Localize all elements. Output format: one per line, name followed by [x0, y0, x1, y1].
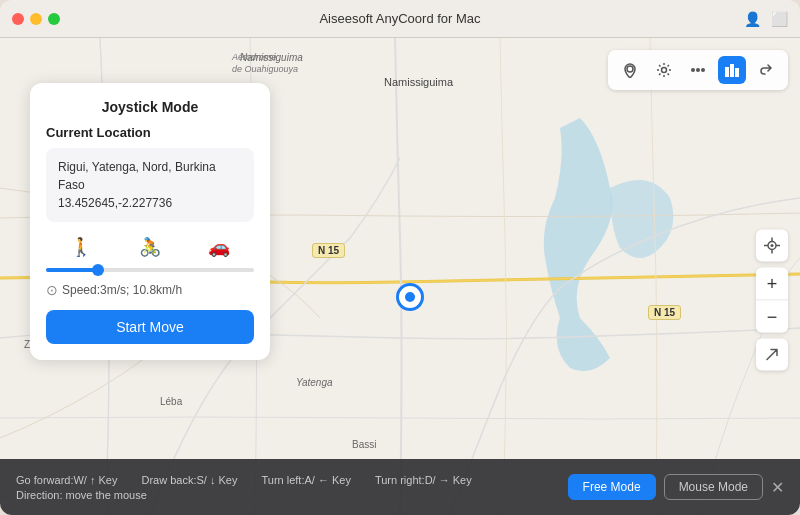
placename-bassi: Bassi — [352, 439, 376, 450]
instructions-row-2: Direction: move the mouse — [16, 489, 568, 501]
settings-button[interactable] — [650, 56, 678, 84]
top-toolbar — [608, 50, 788, 90]
joystick-panel: Joystick Mode Current Location Rigui, Ya… — [30, 83, 270, 360]
transport-mode-row: 🚶 🚴 🚗 — [46, 236, 254, 258]
zoom-out-button[interactable]: − — [756, 301, 788, 333]
minimize-button[interactable] — [30, 13, 42, 25]
traffic-lights — [12, 13, 60, 25]
bottom-bar: Go forward:W/ ↑ Key Draw back:S/ ↓ Key T… — [0, 459, 800, 515]
bike-icon[interactable]: 🚴 — [139, 236, 161, 258]
svg-point-3 — [691, 68, 695, 72]
speed-slider-container — [46, 268, 254, 272]
user-icon[interactable]: 👤 — [744, 11, 761, 27]
right-key: Turn right:D/ → Key — [375, 474, 472, 486]
forward-key: Go forward:W/ ↑ Key — [16, 474, 117, 486]
left-key: Turn left:A/ ← Key — [261, 474, 350, 486]
title-bar: Aiseesoft AnyCoord for Mac 👤 ⬜ — [0, 0, 800, 38]
right-side-buttons: + − — [756, 230, 788, 371]
window-title: Aiseesoft AnyCoord for Mac — [319, 11, 480, 26]
locate-button[interactable] — [756, 230, 788, 262]
mode-buttons: Free Mode Mouse Mode — [568, 474, 763, 500]
speed-value: Speed:3m/s; 10.8km/h — [62, 283, 182, 297]
slider-track — [46, 268, 254, 272]
svg-point-2 — [662, 68, 667, 73]
export-button[interactable] — [752, 56, 780, 84]
road-label-n15-center: N 15 — [312, 243, 345, 258]
direction-note: Direction: move the mouse — [16, 489, 147, 501]
maximize-button[interactable] — [48, 13, 60, 25]
svg-rect-6 — [725, 67, 729, 77]
keyboard-instructions: Go forward:W/ ↑ Key Draw back:S/ ↓ Key T… — [16, 474, 568, 501]
slider-thumb — [92, 264, 104, 276]
location-marker — [396, 283, 424, 311]
placename-namissiguima: Namissiguima — [384, 76, 453, 88]
main-content: Namissiguima Namissiguima Zogore Zondoma… — [0, 38, 800, 515]
location-address: Rigui, Yatenga, Nord, Burkina Faso — [58, 158, 242, 194]
speedometer-icon: ⊙ — [46, 282, 58, 298]
panel-title: Joystick Mode — [46, 99, 254, 115]
placename-leba: Léba — [160, 396, 182, 407]
location-info: Rigui, Yatenga, Nord, Burkina Faso 13.45… — [46, 148, 254, 222]
svg-point-1 — [627, 66, 633, 72]
svg-point-4 — [696, 68, 700, 72]
map-view-button[interactable] — [718, 56, 746, 84]
location-pin-button[interactable] — [616, 56, 644, 84]
svg-rect-8 — [735, 68, 739, 77]
free-mode-button[interactable]: Free Mode — [568, 474, 656, 500]
placename-yatenga: Yatenga — [296, 377, 333, 388]
back-key: Draw back:S/ ↓ Key — [141, 474, 237, 486]
start-move-button[interactable]: Start Move — [46, 310, 254, 344]
mouse-mode-button[interactable]: Mouse Mode — [664, 474, 763, 500]
current-location-label: Current Location — [46, 125, 254, 140]
road-label-n15-right: N 15 — [648, 305, 681, 320]
close-bottom-bar[interactable]: ✕ — [771, 478, 784, 497]
zoom-in-button[interactable]: + — [756, 268, 788, 300]
route-button[interactable] — [684, 56, 712, 84]
slider-fill — [46, 268, 98, 272]
car-icon[interactable]: 🚗 — [208, 236, 230, 258]
zoom-controls: + − — [756, 268, 788, 333]
window-icon[interactable]: ⬜ — [771, 11, 788, 27]
arrow-button[interactable] — [756, 339, 788, 371]
instructions-row-1: Go forward:W/ ↑ Key Draw back:S/ ↓ Key T… — [16, 474, 568, 486]
svg-point-5 — [701, 68, 705, 72]
location-coords: 13.452645,-2.227736 — [58, 194, 242, 212]
walk-icon[interactable]: 🚶 — [70, 236, 92, 258]
svg-point-10 — [771, 244, 774, 247]
svg-rect-7 — [730, 64, 734, 77]
placename-aerodrome: Aérodromede Ouahiguouya — [232, 52, 298, 75]
title-icons: 👤 ⬜ — [744, 11, 788, 27]
close-button[interactable] — [12, 13, 24, 25]
speed-label: ⊙ Speed:3m/s; 10.8km/h — [46, 282, 254, 298]
